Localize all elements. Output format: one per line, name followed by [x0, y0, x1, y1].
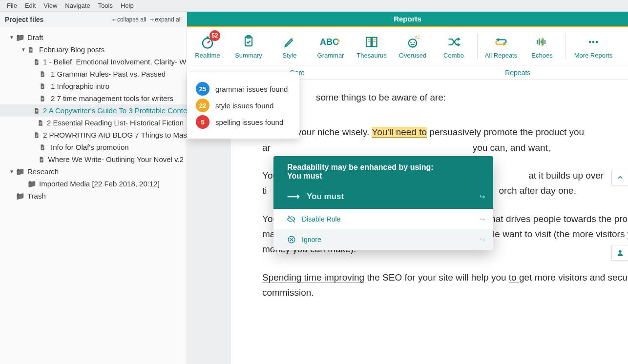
suggestion-apply-button[interactable]: ⟶ You must ↪: [273, 186, 493, 209]
tool-style[interactable]: Style: [269, 27, 310, 65]
tool-overused[interactable]: zZOverused: [392, 27, 433, 65]
menu-navigate[interactable]: Navigate: [61, 1, 94, 10]
file-icon: [38, 156, 45, 163]
svg-rect-6: [42, 73, 43, 74]
tool-thesaurus[interactable]: Thesaurus: [351, 27, 392, 65]
project-tree[interactable]: ▼Draft▼February Blog posts1 - Belief, Em…: [0, 27, 187, 206]
svg-rect-22: [36, 135, 38, 136]
reports-toolbar: Realtime52SummaryStyleABCGrammarThesauru…: [187, 27, 628, 65]
doc-text: orch after day one.: [499, 185, 576, 196]
issue-row[interactable]: 22style issues found: [196, 99, 291, 112]
svg-point-35: [410, 42, 411, 43]
tree-item-label: 1 Grammar Rules- Past vs. Passed: [51, 70, 166, 78]
issue-label: grammar issues found: [215, 85, 288, 93]
tool-more-reports[interactable]: More Reports: [569, 27, 618, 65]
file-icon: [39, 83, 48, 90]
svg-rect-15: [36, 110, 38, 110]
svg-rect-19: [40, 123, 42, 123]
folder-open-icon: [16, 167, 24, 176]
file-icon: [39, 144, 48, 151]
underlined-issue[interactable]: Spending time improving: [262, 272, 364, 283]
tool-label: Thesaurus: [356, 52, 386, 59]
issue-row[interactable]: 25grammar issues found: [196, 82, 291, 96]
issue-label: spelling issues found: [215, 118, 283, 126]
redo-icon: ↪: [480, 193, 485, 201]
svg-rect-23: [36, 136, 37, 137]
ignore-label: Ignore: [302, 236, 321, 243]
tree-item[interactable]: ▼Draft: [0, 31, 187, 43]
svg-rect-16: [36, 111, 38, 111]
svg-rect-2: [30, 51, 31, 51]
file-icon: [27, 46, 36, 53]
tree-item[interactable]: 2 7 time management tools for writers: [0, 92, 187, 104]
tree-item-label: Where We Write- Outlining Your Novel v.2: [48, 155, 184, 163]
menu-file[interactable]: File: [3, 1, 21, 10]
underlined-issue[interactable]: to: [509, 272, 519, 283]
folder-icon: [16, 192, 24, 201]
tree-item[interactable]: 2 Essential Reading List- Historical Fic…: [0, 117, 187, 129]
svg-point-36: [414, 42, 415, 43]
disable-rule-button[interactable]: Disable Rule ↪: [273, 209, 493, 229]
reports-header: Reports: [187, 12, 628, 27]
tree-item[interactable]: 1 Grammar Rules- Past vs. Passed: [0, 68, 187, 80]
tree-item[interactable]: ▼Research: [0, 165, 187, 178]
user-button[interactable]: [611, 245, 628, 261]
tree-item[interactable]: 2 A Copywriter's Guide To 3 Profitable C…: [0, 104, 187, 117]
issue-row[interactable]: 5spelling issues found: [196, 115, 291, 129]
expand-all-button[interactable]: ↙expand all: [150, 16, 182, 23]
highlighted-issue[interactable]: You'll need to: [372, 127, 427, 138]
tool-realtime[interactable]: Realtime52: [187, 27, 228, 65]
tool-echoes[interactable]: Echoes: [522, 27, 563, 65]
svg-text:ABC: ABC: [320, 37, 339, 47]
svg-rect-20: [40, 124, 41, 124]
tool-label: All Repeats: [485, 52, 517, 59]
tool-label: Grammar: [317, 52, 344, 59]
tree-item[interactable]: 2 PROWRITING AID BLOG 7 Things to Master: [0, 129, 187, 141]
svg-text:zZ: zZ: [415, 35, 420, 40]
tool-label: Echoes: [531, 52, 552, 59]
folder-open-icon: [16, 33, 24, 42]
collapse-rail-button[interactable]: [611, 170, 628, 185]
tree-item-label: 1 - Belief, Emotional Involvement, Clari…: [43, 58, 187, 66]
tree-item[interactable]: Trash: [0, 190, 187, 202]
svg-point-41: [619, 250, 621, 253]
tree-item[interactable]: 1 - Belief, Emotional Involvement, Clari…: [0, 56, 187, 68]
file-icon: [37, 120, 44, 126]
tree-item-label: 2 PROWRITING AID BLOG 7 Things to Master: [43, 131, 187, 139]
file-icon: [33, 132, 40, 139]
ignore-button[interactable]: Ignore ↪: [273, 229, 493, 250]
tool-summary[interactable]: Summary: [228, 27, 269, 65]
tool-label: Style: [283, 52, 297, 59]
tool-all-repeats[interactable]: All Repeats: [481, 27, 522, 65]
tab-repeats[interactable]: Repeats: [408, 65, 628, 80]
svg-rect-13: [42, 99, 43, 99]
separator: [565, 33, 566, 59]
menu-help[interactable]: Help: [117, 1, 138, 10]
redo-icon: ↪: [480, 236, 485, 243]
collapse-all-button[interactable]: ↙collapse all: [112, 16, 146, 23]
separator: [477, 33, 478, 59]
menu-edit[interactable]: Edit: [21, 1, 40, 10]
menu-view[interactable]: View: [40, 1, 61, 10]
more-reports-icon: [586, 33, 601, 51]
svg-rect-10: [42, 86, 43, 87]
tree-item[interactable]: ▼February Blog posts: [0, 43, 187, 56]
tree-item[interactable]: Where We Write- Outlining Your Novel v.2: [0, 153, 187, 165]
suggestion-replacement: You must: [307, 192, 344, 202]
tree-item[interactable]: 1 Infographic intro: [0, 80, 187, 92]
tool-grammar[interactable]: ABCGrammar: [310, 27, 351, 65]
svg-rect-24: [42, 146, 43, 147]
tree-item-label: 2 Essential Reading List- Historical Fic…: [47, 119, 184, 127]
tree-item-label: Trash: [27, 192, 46, 200]
sidebar-header: Project files ↙collapse all ↙expand all: [0, 12, 187, 27]
tree-item-label: Info for Olaf's promotion: [51, 143, 129, 151]
tool-combo[interactable]: Combo: [433, 27, 474, 65]
folder-icon: [27, 180, 36, 188]
tool-label: Summary: [235, 52, 262, 59]
tree-item[interactable]: Imported Media [22 Feb 2018, 20:12]: [0, 178, 187, 190]
tree-item[interactable]: Info for Olaf's promotion: [0, 141, 187, 153]
file-icon: [33, 59, 40, 65]
issue-count: 5: [196, 115, 209, 129]
menu-tools[interactable]: Tools: [94, 1, 117, 10]
thesaurus-icon: [364, 33, 379, 51]
